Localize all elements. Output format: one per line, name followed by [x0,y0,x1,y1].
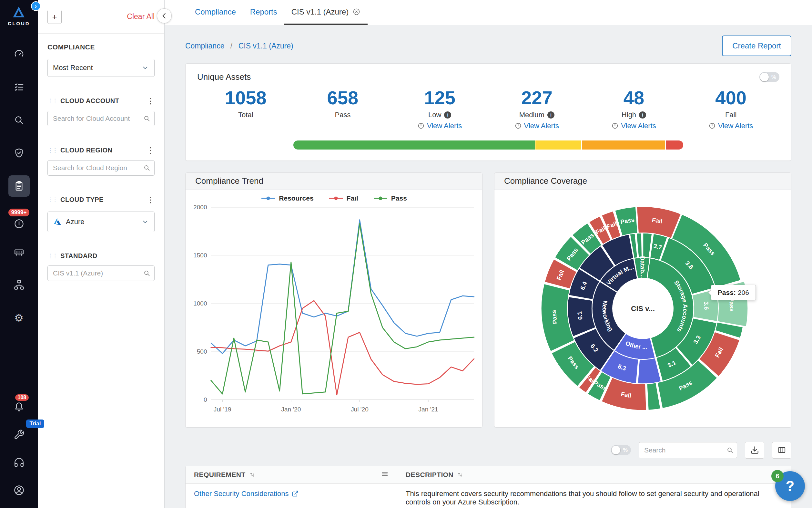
cloud-region-search-input[interactable] [47,160,155,176]
kebab-menu-icon[interactable]: ⋮ [146,146,155,154]
table-search-input[interactable] [639,442,737,458]
sidebar-item-dashboard[interactable] [8,38,30,71]
stat-value: 227 [521,87,553,109]
help-count-badge: 6 [771,470,783,482]
sidebar-item-assets[interactable] [8,236,30,268]
sidebar-item-inventory[interactable] [8,71,30,104]
cloud-account-search-input[interactable] [47,111,155,126]
coverage-title: Compliance Coverage [504,176,587,186]
view-alerts-link[interactable]: View Alerts [418,122,462,130]
drag-handle-icon[interactable]: ⋮⋮ [47,253,57,259]
sidebar-item-support[interactable] [13,449,25,476]
sort-icon[interactable] [457,471,464,478]
help-button[interactable]: 6 ? [775,471,805,501]
trend-chart-svg[interactable]: 0500100015002000Jul '19Jan '20Jul '20Jan… [186,202,482,415]
requirement-link[interactable]: Other Security Considerations [194,490,298,498]
alert-circle-icon [709,122,716,129]
bar-segment-pass [293,140,535,150]
sidebar-item-notifications[interactable]: 108 [13,393,25,421]
breadcrumb-current[interactable]: CIS v1.1 (Azure) [239,42,293,50]
drag-handle-icon[interactable]: ⋮⋮ [47,147,57,153]
clear-all-link[interactable]: Clear All [127,12,155,21]
kebab-menu-icon[interactable]: ⋮ [146,97,155,105]
cloud-type-select[interactable]: Azure [47,212,155,232]
info-icon[interactable]: i [444,112,451,119]
legend-marker-icon [329,196,343,201]
view-alerts-link[interactable]: View Alerts [709,122,753,130]
legend-item[interactable]: Pass [373,195,407,202]
sidebar-item-profile[interactable] [13,476,25,504]
stat-value: 658 [327,87,359,109]
close-icon[interactable] [352,8,361,16]
expand-panel-button[interactable]: › [31,1,41,11]
view-alerts-link[interactable]: View Alerts [612,122,656,130]
percent-toggle[interactable]: % [759,72,779,82]
info-icon[interactable]: i [547,112,555,119]
time-range-value: Most Recent [53,64,93,72]
coverage-sunburst-svg[interactable]: 3.73.83.63.33.18.36.26.16.4PassFailPassP… [528,194,758,423]
alert-circle-icon [612,122,618,129]
view-alerts-label: View Alerts [427,122,462,130]
table-controls: % [185,442,791,459]
sidebar-item-policies[interactable] [8,137,30,170]
time-range-select[interactable]: Most Recent [47,59,155,77]
filter-panel: + Clear All COMPLIANCE Most Recent ⋮⋮ CL… [38,0,164,508]
stat-total: 1058 Total [197,87,294,130]
legend-item[interactable]: Fail [329,195,358,202]
stat-value: 48 [624,87,644,109]
drag-handle-icon[interactable]: ⋮⋮ [47,98,57,104]
gauge-icon [13,49,25,60]
tab-reports[interactable]: Reports [243,0,284,25]
stat-label: Total [238,111,253,119]
tab-cis-v11-azure[interactable]: CIS v1.1 (Azure) [284,0,368,25]
breadcrumb: Compliance / CIS v1.1 (Azure) [185,42,293,50]
search-icon [13,115,25,126]
breadcrumb-parent[interactable]: Compliance [185,42,224,50]
add-filter-button[interactable]: + [47,10,62,24]
svg-text:6.1: 6.1 [576,311,583,320]
search-icon [726,446,734,454]
svg-text:1000: 1000 [193,300,207,307]
avatar-icon [13,484,25,496]
network-icon [13,279,25,290]
sidebar-item-settings[interactable]: ⚙ [8,301,30,334]
info-icon[interactable]: i [639,112,646,119]
stat-medium: 227 Medium i View Alerts [488,87,585,130]
chevron-down-icon [141,218,149,226]
download-button[interactable] [745,442,764,459]
legend-item[interactable]: Resources [261,195,314,202]
logo-icon [11,5,27,19]
legend-marker-icon [373,196,388,201]
sort-icon[interactable] [249,471,256,478]
sidebar-item-trial[interactable]: Trial [13,421,25,449]
stat-high: 48 High i View Alerts [585,87,682,130]
table-percent-toggle[interactable]: % [611,445,631,455]
kebab-menu-icon[interactable]: ⋮ [146,196,155,204]
standard-input[interactable] [47,265,155,281]
svg-text:Jul '20: Jul '20 [351,406,369,413]
legend-label: Fail [347,195,358,202]
create-report-button[interactable]: Create Report [722,36,791,56]
tab-compliance[interactable]: Compliance [188,0,243,25]
download-icon [750,446,759,454]
tooltip-label: Pass: [718,289,736,296]
column-header-requirement[interactable]: REQUIREMENT [186,466,397,483]
collapse-panel-button[interactable] [157,8,172,23]
sidebar-item-alerts[interactable]: 9999+ [8,203,30,236]
column-header-description[interactable]: DESCRIPTION [397,466,791,483]
bar-segment-high [665,140,683,150]
filter-section-standard: ⋮⋮ STANDARD [47,252,155,281]
column-menu-icon[interactable] [381,470,389,479]
bar-segment-low [535,140,581,150]
sidebar-item-compliance[interactable] [8,170,30,203]
sidebar-item-topology[interactable] [8,268,30,301]
search-icon [143,269,151,277]
drag-handle-icon[interactable]: ⋮⋮ [47,197,57,203]
sidebar-item-investigate[interactable] [8,104,30,137]
filter-panel-header: + Clear All [38,0,164,34]
app-logo[interactable]: CLOUD [8,5,30,26]
columns-button[interactable] [772,442,791,459]
chevron-down-icon [141,64,149,72]
view-alerts-link[interactable]: View Alerts [515,122,559,130]
search-icon [143,164,151,172]
